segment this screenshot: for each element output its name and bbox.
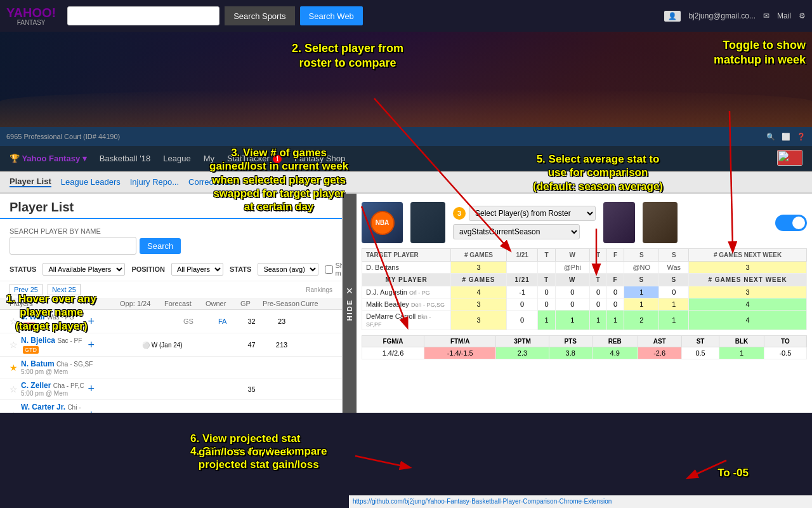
matchup-toggle[interactable] bbox=[775, 215, 807, 231]
player-gp: 35 bbox=[240, 385, 263, 393]
my-p1-s1: 1 bbox=[624, 286, 659, 298]
stats-filter-select[interactable]: Season (avg) bbox=[258, 263, 318, 276]
my-p1-f: 0 bbox=[607, 286, 624, 298]
stat-ast-val: -2.6 bbox=[638, 347, 681, 359]
court-id: 6965 Professional Court (ID# 44190) bbox=[6, 133, 120, 140]
target-player-name[interactable]: D. Bertans bbox=[362, 262, 451, 274]
star-icon[interactable]: ☆ bbox=[10, 316, 18, 326]
player-gp: 47 bbox=[240, 341, 263, 349]
help-icon[interactable]: ❓ bbox=[797, 133, 806, 141]
table-row[interactable]: ★ N. Batum Cha - SG,SF 5:00 pm @ Mem bbox=[0, 357, 342, 378]
nav-my[interactable]: My bbox=[204, 154, 214, 163]
prev-25-button[interactable]: Prev 25 bbox=[10, 284, 43, 295]
player-name[interactable]: W. Carter Jr. bbox=[21, 403, 65, 411]
stat-blk-header: BLK bbox=[719, 336, 764, 347]
table-row[interactable]: ☆ J. Wall Was - PG INJ + GS FA 32 23 bbox=[0, 310, 342, 333]
injury-badge: INJ bbox=[23, 323, 36, 330]
table-row[interactable]: ☆ C. Zeller Cha - PF,C 5:00 pm @ Mem + 3… bbox=[0, 378, 342, 400]
my-p1-t1: 0 bbox=[538, 286, 555, 298]
my-player-header: MY PLAYER bbox=[362, 274, 451, 286]
settings-icon[interactable]: ⚙ bbox=[799, 11, 806, 20]
roster-select[interactable]: Select Player(s) from Roster bbox=[469, 206, 596, 221]
filter-row: STATUS All Available Players POSITION Al… bbox=[0, 258, 342, 281]
add-player-button[interactable]: + bbox=[84, 315, 98, 328]
close-icon[interactable]: ✕ bbox=[346, 286, 353, 296]
add-player-button[interactable]: + bbox=[84, 382, 98, 396]
player-pre-season: 213 bbox=[263, 341, 301, 349]
top-right-area: 👤 bj2jung@gmail.co... ✉ Mail ⚙ bbox=[664, 11, 806, 22]
share-icon[interactable]: ⬜ bbox=[782, 133, 790, 141]
table-row[interactable]: ☆ W. Carter Jr. Chi - C INJ 5:00 pm vs A… bbox=[0, 400, 342, 413]
my-p1-games: 4 bbox=[451, 286, 507, 298]
my-f-header: F bbox=[607, 274, 624, 286]
player-pre-season: 23 bbox=[263, 318, 301, 325]
position-filter-select[interactable]: All Players bbox=[171, 263, 223, 276]
day-t1-header[interactable]: T bbox=[538, 249, 555, 262]
subnav-injury-report[interactable]: Injury Repo... bbox=[130, 177, 179, 187]
player-info: N. Bjelica Sac - PF GTD bbox=[21, 336, 84, 354]
subnav-league-leaders[interactable]: League Leaders bbox=[61, 177, 121, 187]
my-p2-s1: 1 bbox=[624, 298, 659, 311]
yahoo-fantasy-nav[interactable]: 🏆 Yahoo Fantasy ▾ bbox=[10, 154, 87, 163]
nav-basketball[interactable]: Basketball '18 bbox=[100, 154, 151, 163]
my-player-2-name[interactable]: Malik Beasley Den - PG,SG bbox=[362, 298, 451, 311]
status-filter-select[interactable]: All Available Players bbox=[43, 263, 125, 276]
table-row[interactable]: ☆ N. Bjelica Sac - PF GTD + ⚪ W (Jan 24)… bbox=[0, 333, 342, 357]
stat-st-header: ST bbox=[681, 336, 719, 347]
stats-select[interactable]: avgStatsCurrentSeason bbox=[453, 224, 580, 239]
star-icon[interactable]: ☆ bbox=[10, 384, 18, 394]
show-more-checkbox[interactable] bbox=[325, 265, 333, 274]
date-col-header[interactable]: 1/21 bbox=[507, 249, 538, 262]
user-avatar: 👤 bbox=[664, 11, 681, 22]
my-player-1-name[interactable]: D.J. Augustin Orl - PG bbox=[362, 286, 451, 298]
nav-stat-tracker[interactable]: StatTracker 1 bbox=[227, 154, 282, 163]
position-filter-label: POSITION bbox=[131, 265, 165, 273]
nav-fantasy-shop[interactable]: Fantasy Shop bbox=[294, 154, 345, 163]
target-t1 bbox=[538, 262, 555, 274]
comparison-table: TARGET PLAYER # GAMES 1/21 T W T F S S #… bbox=[362, 248, 807, 330]
my-p1-next-week: 3 bbox=[689, 286, 807, 298]
my-player-3-name[interactable]: DeMarre Carroll Bkn - SF,PF bbox=[362, 311, 451, 330]
player-list-title: Player List bbox=[0, 194, 342, 219]
player-name[interactable]: J. Wall bbox=[21, 312, 45, 321]
col-opp-header: Opp: 1/24 bbox=[120, 300, 164, 307]
player-name[interactable]: N. Bjelica bbox=[21, 336, 55, 345]
comparison-header: NBA 3 Select Player(s) from Roster avgSt… bbox=[362, 199, 807, 248]
stat-3ptm-val: 2.3 bbox=[496, 347, 549, 359]
add-player-button[interactable]: + bbox=[84, 408, 98, 413]
player-name[interactable]: C. Zeller bbox=[21, 381, 51, 390]
search-web-button[interactable]: Search Web bbox=[300, 6, 363, 25]
toggle-container bbox=[775, 215, 807, 231]
nav-league[interactable]: League bbox=[163, 154, 190, 163]
next-25-button[interactable]: Next 25 bbox=[48, 284, 81, 295]
star-icon[interactable]: ☆ bbox=[10, 410, 18, 413]
my-p3-next-week: 4 bbox=[689, 311, 807, 330]
player-search-input[interactable] bbox=[10, 237, 136, 255]
subnav-corrections[interactable]: Corrections bbox=[188, 177, 230, 187]
target-f bbox=[607, 262, 624, 274]
day-s2-header[interactable]: S bbox=[659, 249, 689, 262]
search-icon-league[interactable]: 🔍 bbox=[766, 133, 775, 141]
my-t2-header: T bbox=[589, 274, 606, 286]
my-t1-header: T bbox=[538, 274, 555, 286]
stat-fgma-header: FGM/A bbox=[362, 336, 424, 347]
nba-logo-nav bbox=[777, 150, 802, 166]
player-name[interactable]: N. Batum bbox=[21, 359, 55, 368]
search-sports-button[interactable]: Search Sports bbox=[225, 6, 294, 25]
day-t2-header[interactable]: T bbox=[589, 249, 606, 262]
day-s1-header[interactable]: S bbox=[624, 249, 659, 262]
search-input-top[interactable] bbox=[67, 6, 219, 25]
subnav-player-list[interactable]: Player List bbox=[10, 177, 51, 187]
day-f-header[interactable]: F bbox=[607, 249, 624, 262]
player-meta: Sac - PF bbox=[57, 337, 82, 344]
hide-panel-button[interactable]: ✕ HIDE bbox=[343, 194, 357, 413]
my-games-header: # GAMES bbox=[451, 274, 507, 286]
add-player-button[interactable]: + bbox=[84, 338, 98, 352]
star-icon[interactable]: ★ bbox=[10, 363, 18, 373]
search-button[interactable]: Search bbox=[140, 238, 181, 254]
player-owner: GS bbox=[183, 318, 218, 325]
day-w-header[interactable]: W bbox=[555, 249, 589, 262]
rankings-header: Players Opp: 1/24 Forecast Owner GP Pre-… bbox=[0, 298, 342, 310]
target-player-col-header: TARGET PLAYER bbox=[362, 249, 451, 262]
star-icon[interactable]: ☆ bbox=[10, 340, 18, 350]
